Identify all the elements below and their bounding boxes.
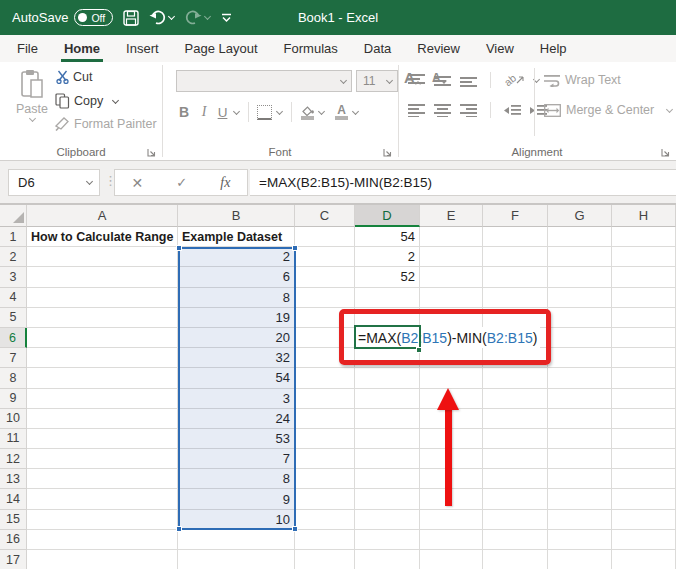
cell-G2[interactable] bbox=[548, 247, 612, 267]
cell-G10[interactable] bbox=[548, 409, 612, 429]
cell-C3[interactable] bbox=[295, 267, 355, 287]
cell-E12[interactable] bbox=[420, 449, 483, 469]
cell-G15[interactable] bbox=[548, 510, 612, 530]
cell-E15[interactable] bbox=[420, 510, 483, 530]
cell-C2[interactable] bbox=[295, 247, 355, 267]
cell-F9[interactable] bbox=[483, 389, 548, 409]
cell-A3[interactable] bbox=[27, 267, 178, 287]
cell-E7[interactable] bbox=[420, 348, 483, 368]
cell-C10[interactable] bbox=[295, 409, 355, 429]
cell-A12[interactable] bbox=[27, 449, 178, 469]
cell-A10[interactable] bbox=[27, 409, 178, 429]
cell-G7[interactable] bbox=[548, 348, 612, 368]
cell-C6[interactable] bbox=[295, 328, 355, 348]
cell-B10[interactable]: 24 bbox=[178, 409, 295, 429]
cell-H11[interactable] bbox=[612, 429, 676, 449]
cell-F14[interactable] bbox=[483, 489, 548, 509]
cell-F6[interactable] bbox=[483, 328, 548, 348]
cut-button[interactable]: Cut bbox=[56, 70, 92, 84]
redo-button[interactable] bbox=[185, 10, 211, 25]
row-header-7[interactable]: 7 bbox=[0, 348, 27, 368]
cell-D12[interactable] bbox=[355, 449, 420, 469]
row-header-8[interactable]: 8 bbox=[0, 368, 27, 388]
cell-A6[interactable] bbox=[27, 328, 178, 348]
cell-E8[interactable] bbox=[420, 368, 483, 388]
tab-formulas[interactable]: Formulas bbox=[271, 35, 351, 62]
cell-D1[interactable]: 54 bbox=[355, 227, 420, 247]
column-header-E[interactable]: E bbox=[420, 205, 483, 227]
row-header-9[interactable]: 9 bbox=[0, 389, 27, 409]
insert-function-button[interactable]: fx bbox=[220, 175, 230, 191]
cell-C16[interactable] bbox=[295, 530, 355, 550]
column-header-A[interactable]: A bbox=[27, 205, 178, 227]
select-all-button[interactable] bbox=[0, 205, 27, 227]
undo-dropdown-icon[interactable] bbox=[168, 13, 175, 20]
cell-F8[interactable] bbox=[483, 368, 548, 388]
merge-center-dropdown-icon[interactable] bbox=[666, 105, 673, 112]
cell-B4[interactable]: 8 bbox=[178, 288, 295, 308]
autosave-toggle[interactable]: AutoSave Off bbox=[12, 9, 113, 26]
cell-C5[interactable] bbox=[295, 308, 355, 328]
cell-B12[interactable]: 7 bbox=[178, 449, 295, 469]
cell-G11[interactable] bbox=[548, 429, 612, 449]
cell-H2[interactable] bbox=[612, 247, 676, 267]
save-button[interactable] bbox=[123, 10, 139, 26]
cell-H10[interactable] bbox=[612, 409, 676, 429]
alignment-dialog-launcher[interactable] bbox=[661, 148, 670, 157]
cell-F15[interactable] bbox=[483, 510, 548, 530]
cell-D2[interactable]: 2 bbox=[355, 247, 420, 267]
name-box[interactable]: D6 bbox=[8, 169, 100, 196]
cell-H3[interactable] bbox=[612, 267, 676, 287]
borders-button[interactable] bbox=[257, 105, 272, 120]
borders-dropdown-icon[interactable] bbox=[276, 107, 283, 114]
cell-A17[interactable] bbox=[27, 550, 178, 569]
cell-B14[interactable]: 9 bbox=[178, 489, 295, 509]
row-header-16[interactable]: 16 bbox=[0, 530, 27, 550]
cell-A15[interactable] bbox=[27, 510, 178, 530]
center-button[interactable] bbox=[434, 104, 451, 117]
bottom-align-button[interactable] bbox=[460, 74, 477, 87]
cell-E10[interactable] bbox=[420, 409, 483, 429]
copy-dropdown-icon[interactable] bbox=[112, 96, 119, 103]
cell-B7[interactable]: 32 bbox=[178, 348, 295, 368]
cell-E3[interactable] bbox=[420, 267, 483, 287]
clipboard-dialog-launcher[interactable] bbox=[147, 148, 156, 157]
row-header-15[interactable]: 15 bbox=[0, 510, 27, 530]
cell-C14[interactable] bbox=[295, 489, 355, 509]
cell-H8[interactable] bbox=[612, 368, 676, 388]
cell-D15[interactable] bbox=[355, 510, 420, 530]
cell-G16[interactable] bbox=[548, 530, 612, 550]
tab-data[interactable]: Data bbox=[351, 35, 404, 62]
cell-E13[interactable] bbox=[420, 469, 483, 489]
row-header-6[interactable]: 6 bbox=[0, 328, 27, 348]
cell-B9[interactable]: 3 bbox=[178, 389, 295, 409]
cell-H13[interactable] bbox=[612, 469, 676, 489]
enter-button[interactable]: ✓ bbox=[176, 175, 187, 190]
cell-E5[interactable] bbox=[420, 308, 483, 328]
format-painter-button[interactable]: Format Painter bbox=[55, 117, 157, 131]
cell-A5[interactable] bbox=[27, 308, 178, 328]
cell-A2[interactable] bbox=[27, 247, 178, 267]
cell-E14[interactable] bbox=[420, 489, 483, 509]
cell-C15[interactable] bbox=[295, 510, 355, 530]
cell-H15[interactable] bbox=[612, 510, 676, 530]
cell-A4[interactable] bbox=[27, 288, 178, 308]
row-header-13[interactable]: 13 bbox=[0, 469, 27, 489]
cell-H9[interactable] bbox=[612, 389, 676, 409]
cell-D8[interactable] bbox=[355, 368, 420, 388]
cell-D17[interactable] bbox=[355, 550, 420, 569]
tab-help[interactable]: Help bbox=[527, 35, 580, 62]
cell-E1[interactable] bbox=[420, 227, 483, 247]
cell-D10[interactable] bbox=[355, 409, 420, 429]
align-right-button[interactable] bbox=[460, 104, 477, 117]
cell-B16[interactable] bbox=[178, 530, 295, 550]
cell-E16[interactable] bbox=[420, 530, 483, 550]
cell-F12[interactable] bbox=[483, 449, 548, 469]
top-align-button[interactable] bbox=[408, 74, 425, 87]
cell-D13[interactable] bbox=[355, 469, 420, 489]
cell-F17[interactable] bbox=[483, 550, 548, 569]
tab-page-layout[interactable]: Page Layout bbox=[172, 35, 271, 62]
decrease-indent-button[interactable] bbox=[504, 104, 521, 117]
row-header-12[interactable]: 12 bbox=[0, 449, 27, 469]
cell-C9[interactable] bbox=[295, 389, 355, 409]
